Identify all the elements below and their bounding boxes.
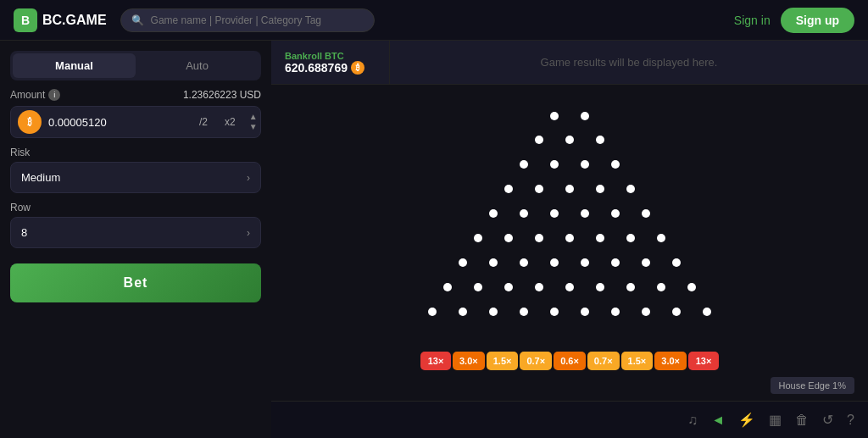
tab-auto[interactable]: Auto — [136, 53, 259, 78]
multiplier-box: 1.5× — [487, 352, 519, 370]
signin-button[interactable]: Sign in — [734, 14, 771, 27]
risk-value: Medium — [21, 171, 60, 184]
peg — [611, 308, 620, 316]
peg — [459, 308, 467, 316]
stepper-down[interactable]: ▼ — [246, 122, 261, 132]
peg — [657, 283, 665, 291]
btc-coin-icon: ₿ — [18, 110, 42, 134]
search-icon: 🔍 — [131, 14, 144, 26]
row-value: 8 — [21, 226, 27, 239]
lightning-icon[interactable]: ⚡ — [738, 412, 755, 428]
multiplier-box: 3.0× — [654, 352, 687, 370]
signup-button[interactable]: Sign up — [781, 8, 854, 33]
peg — [550, 258, 559, 267]
peg — [596, 234, 604, 242]
bet-button[interactable]: Bet — [10, 263, 261, 302]
mode-tabs: Manual Auto — [10, 51, 261, 80]
bankroll-value: 620.688769 ₿ — [285, 61, 376, 75]
bankroll-section: Bankroll BTC 620.688769 ₿ — [271, 41, 390, 84]
peg — [687, 283, 696, 291]
peg — [703, 308, 711, 316]
peg — [565, 283, 574, 291]
multiplier-box: 1.5× — [621, 352, 654, 370]
peg — [596, 136, 604, 144]
amount-stepper[interactable]: ▲ ▼ — [244, 110, 261, 134]
peg — [581, 160, 589, 169]
main: Manual Auto Amount i 1.23626223 USD ₿ /2… — [0, 41, 868, 438]
peg — [520, 209, 528, 218]
peg — [581, 209, 589, 218]
half-button[interactable]: /2 — [191, 113, 216, 131]
peg — [565, 234, 574, 242]
peg — [611, 209, 620, 218]
peg — [474, 234, 482, 242]
amount-label: Amount i — [10, 89, 60, 101]
tab-manual[interactable]: Manual — [13, 53, 136, 78]
game-results: Game results will be displayed here. — [390, 41, 868, 84]
peg — [474, 283, 482, 291]
peg — [520, 308, 528, 316]
peg — [581, 308, 589, 316]
header-right: Sign in Sign up — [734, 8, 854, 33]
header: B BC.GAME 🔍 Sign in Sign up — [0, 0, 868, 41]
peg — [535, 283, 543, 291]
logo: B BC.GAME — [14, 8, 107, 32]
risk-select[interactable]: Medium › — [10, 162, 261, 193]
multipliers-row: 13×3.0×1.5×0.7×0.6×0.7×1.5×3.0×13× — [420, 352, 719, 370]
sound-icon[interactable]: ◄ — [711, 413, 725, 428]
peg — [642, 258, 650, 267]
game-area: Bankroll BTC 620.688769 ₿ Game results w… — [271, 41, 868, 438]
peg — [504, 234, 513, 242]
multiplier-box: 13× — [688, 352, 719, 370]
refresh-icon[interactable]: ↺ — [822, 412, 833, 428]
peg — [550, 112, 559, 120]
logo-icon: B — [14, 8, 37, 32]
bet-amount-input[interactable] — [48, 116, 191, 129]
peg — [581, 258, 589, 267]
risk-chevron-icon: › — [247, 172, 250, 184]
search-bar[interactable]: 🔍 — [120, 8, 375, 32]
btc-badge-icon: ₿ — [351, 61, 364, 75]
peg — [489, 308, 498, 316]
risk-section: Risk Medium › — [10, 147, 261, 193]
peg — [657, 234, 665, 242]
peg — [535, 234, 543, 242]
peg — [428, 308, 437, 316]
row-label: Row — [10, 202, 261, 213]
peg — [581, 112, 589, 120]
peg — [535, 136, 543, 144]
delete-icon[interactable]: 🗑 — [795, 413, 809, 428]
peg — [504, 283, 513, 291]
double-button[interactable]: x2 — [216, 113, 244, 131]
peg — [626, 234, 635, 242]
plinko-container: 13×3.0×1.5×0.7×0.6×0.7×1.5×3.0×13× — [271, 85, 868, 401]
peg — [642, 209, 650, 218]
row-chevron-icon: › — [247, 227, 250, 239]
music-icon[interactable]: ♫ — [687, 413, 698, 428]
amount-usd: 1.23626223 USD — [183, 89, 261, 101]
peg — [611, 258, 620, 267]
peg — [550, 209, 559, 218]
pegs-board — [409, 99, 731, 345]
risk-label: Risk — [10, 147, 261, 158]
bottom-bar: ♫ ◄ ⚡ ▦ 🗑 ↺ ? — [271, 401, 868, 438]
bankroll-label: Bankroll BTC — [285, 51, 376, 61]
help-icon[interactable]: ? — [847, 413, 854, 428]
peg — [626, 283, 635, 291]
peg — [459, 258, 467, 267]
peg — [489, 209, 498, 218]
sidebar: Manual Auto Amount i 1.23626223 USD ₿ /2… — [0, 41, 271, 438]
grid-icon[interactable]: ▦ — [769, 412, 782, 428]
stepper-up[interactable]: ▲ — [246, 112, 261, 122]
peg — [443, 283, 452, 291]
row-select[interactable]: 8 › — [10, 217, 261, 248]
amount-section: Amount i 1.23626223 USD ₿ /2 x2 ▲ ▼ — [10, 89, 261, 138]
peg — [611, 160, 620, 169]
peg — [520, 258, 528, 267]
logo-text: BC.GAME — [42, 13, 107, 28]
peg — [520, 160, 528, 169]
search-input[interactable] — [151, 14, 364, 26]
multiplier-box: 13× — [420, 352, 451, 370]
peg — [535, 185, 543, 193]
peg — [642, 308, 650, 316]
